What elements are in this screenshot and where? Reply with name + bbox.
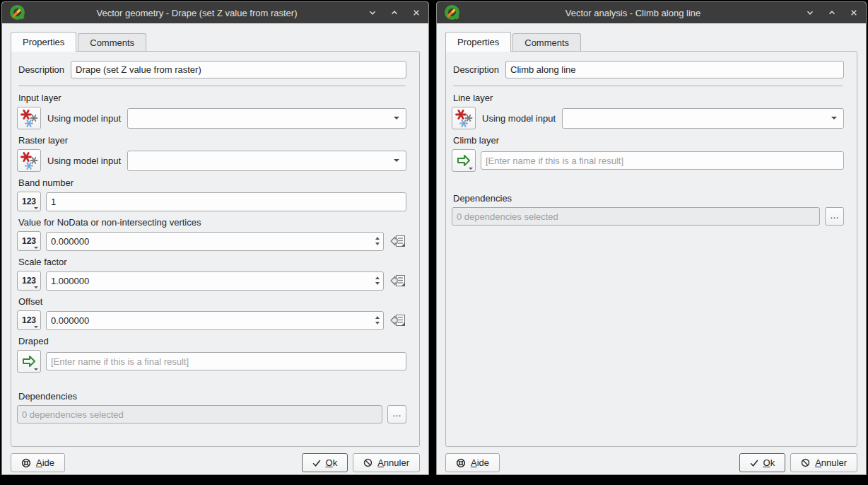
raster-layer-combobox[interactable] bbox=[127, 151, 406, 171]
window-maximize-button[interactable] bbox=[827, 8, 837, 18]
number-source-button[interactable]: 123 bbox=[17, 310, 41, 330]
output-arrow-icon bbox=[21, 353, 37, 369]
ok-button[interactable]: Ok bbox=[739, 453, 786, 472]
mode-label: Using model input bbox=[482, 113, 556, 124]
output-options-button[interactable] bbox=[452, 149, 476, 172]
qgis-logo-icon bbox=[9, 4, 26, 21]
number-badge-icon: 123 bbox=[22, 276, 36, 286]
data-defined-override-button[interactable] bbox=[389, 273, 406, 289]
field-label-dependencies: Dependencies bbox=[453, 193, 844, 204]
tab-properties[interactable]: Properties bbox=[445, 32, 511, 52]
number-source-button[interactable]: 123 bbox=[17, 271, 41, 291]
data-defined-override-icon bbox=[389, 274, 406, 288]
spin-up-button[interactable] bbox=[375, 316, 380, 319]
spin-down-button[interactable] bbox=[375, 322, 380, 325]
cancel-button[interactable]: Annuler bbox=[353, 453, 420, 472]
ok-button-label: Ok bbox=[763, 457, 775, 468]
band-number-input[interactable] bbox=[46, 192, 406, 211]
climb-layer-output-input[interactable] bbox=[481, 151, 844, 170]
description-label: Description bbox=[453, 64, 499, 75]
window-controls bbox=[368, 8, 421, 18]
band-number-field bbox=[46, 192, 406, 211]
data-defined-override-button[interactable] bbox=[389, 312, 406, 329]
dependencies-row: … bbox=[452, 207, 844, 226]
nodata-row: 123 bbox=[17, 231, 406, 251]
cancel-button[interactable]: Annuler bbox=[790, 453, 857, 472]
chevron-down-icon bbox=[34, 368, 38, 370]
help-icon bbox=[456, 458, 466, 468]
help-icon bbox=[21, 458, 31, 468]
close-icon bbox=[412, 8, 421, 17]
help-button[interactable]: Aide bbox=[11, 453, 65, 472]
offset-spinbox bbox=[46, 311, 384, 330]
spin-down-button[interactable] bbox=[375, 282, 380, 285]
check-icon bbox=[312, 459, 321, 467]
window-close-button[interactable] bbox=[411, 8, 421, 18]
tab-properties[interactable]: Properties bbox=[11, 32, 76, 52]
dependencies-summary bbox=[452, 207, 820, 226]
chevron-down-icon bbox=[34, 286, 38, 288]
model-input-icon bbox=[454, 109, 473, 127]
data-defined-override-icon bbox=[389, 234, 406, 248]
tab-comments[interactable]: Comments bbox=[512, 33, 581, 51]
check-icon bbox=[750, 459, 758, 467]
offset-input[interactable] bbox=[46, 311, 384, 330]
scale-factor-input[interactable] bbox=[46, 271, 384, 291]
model-input-source-button[interactable] bbox=[17, 107, 41, 129]
properties-pane: Description Line layer Using model input… bbox=[445, 51, 857, 447]
drape-dialog: Vector geometry - Drape (set Z value fro… bbox=[1, 1, 429, 475]
properties-pane: Description Input layer Using model inpu… bbox=[11, 51, 420, 447]
dependencies-browse-button[interactable]: … bbox=[825, 207, 844, 226]
help-button-label: Aide bbox=[471, 457, 489, 468]
window-maximize-button[interactable] bbox=[389, 8, 399, 18]
climb-layer-output-row bbox=[452, 149, 844, 172]
dialog-body: Properties Comments Description Input la… bbox=[2, 23, 428, 477]
tab-bar: Properties Comments bbox=[445, 32, 857, 51]
ok-button[interactable]: Ok bbox=[302, 453, 348, 472]
model-input-icon bbox=[20, 109, 38, 127]
dependencies-browse-button[interactable]: … bbox=[387, 405, 406, 423]
spin-down-button[interactable] bbox=[375, 242, 380, 245]
number-source-button[interactable]: 123 bbox=[17, 231, 41, 251]
dialog-button-row: Aide Ok Annuler bbox=[11, 453, 420, 472]
description-input[interactable] bbox=[71, 61, 406, 78]
output-options-button[interactable] bbox=[17, 350, 41, 373]
spin-up-button[interactable] bbox=[375, 237, 380, 240]
window-close-button[interactable] bbox=[849, 8, 859, 18]
nodata-input[interactable] bbox=[46, 232, 384, 251]
description-row: Description bbox=[453, 61, 844, 78]
data-defined-override-button[interactable] bbox=[389, 233, 406, 250]
line-layer-combobox[interactable] bbox=[562, 108, 844, 129]
help-button[interactable]: Aide bbox=[445, 453, 500, 472]
chevron-down-icon bbox=[806, 8, 814, 17]
window-minimize-button[interactable] bbox=[368, 8, 377, 18]
field-label-nodata: Value for NoData or non-intersecting ver… bbox=[18, 217, 406, 228]
climb-titlebar[interactable]: Vector analysis - Climb along line bbox=[437, 2, 866, 23]
chevron-up-icon bbox=[390, 8, 399, 17]
tab-comments[interactable]: Comments bbox=[78, 33, 146, 51]
model-input-source-button[interactable] bbox=[452, 107, 476, 129]
model-input-source-button[interactable] bbox=[17, 149, 41, 172]
spin-up-button[interactable] bbox=[375, 276, 380, 279]
dependencies-summary bbox=[17, 405, 382, 423]
description-label: Description bbox=[18, 64, 64, 75]
cancel-button-label: Annuler bbox=[377, 457, 409, 468]
number-badge-icon: 123 bbox=[22, 315, 36, 325]
number-source-button[interactable]: 123 bbox=[17, 192, 41, 211]
chevron-down-icon bbox=[394, 117, 399, 119]
description-input[interactable] bbox=[505, 61, 844, 78]
field-label-dependencies: Dependencies bbox=[18, 391, 406, 402]
offset-row: 123 bbox=[17, 310, 406, 330]
separator bbox=[453, 86, 843, 86]
dialog-body: Properties Comments Description Line lay… bbox=[437, 23, 866, 477]
line-layer-row: Using model input bbox=[452, 107, 844, 129]
chevron-up-icon bbox=[828, 8, 836, 17]
window-minimize-button[interactable] bbox=[805, 8, 815, 18]
cancel-icon bbox=[363, 458, 373, 467]
drape-titlebar[interactable]: Vector geometry - Drape (set Z value fro… bbox=[2, 2, 428, 23]
chevron-down-icon bbox=[34, 247, 38, 249]
window-title: Vector geometry - Drape (set Z value fro… bbox=[33, 8, 360, 18]
field-label-climb-layer: Climb layer bbox=[453, 135, 844, 146]
input-layer-combobox[interactable] bbox=[127, 108, 406, 129]
draped-output-input[interactable] bbox=[46, 352, 406, 370]
